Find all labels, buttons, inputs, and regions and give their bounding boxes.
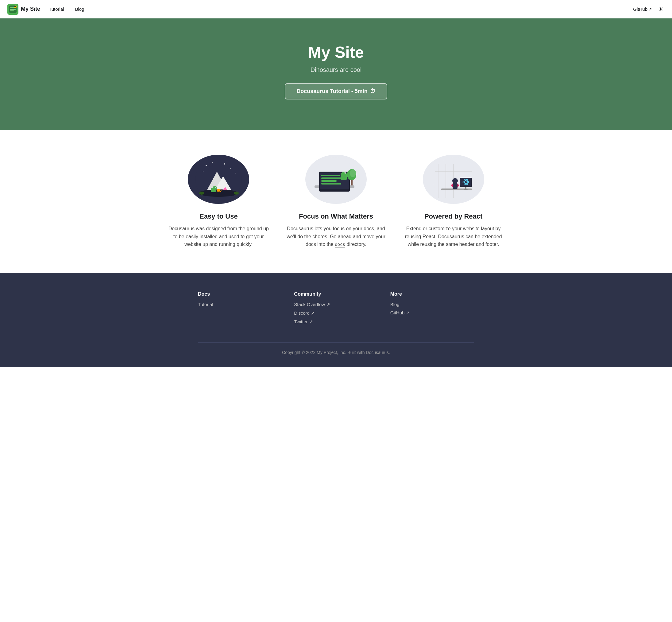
footer-community-title: Community [294,291,378,297]
svg-point-5 [14,6,15,7]
nav-tutorial-link[interactable]: Tutorial [46,5,66,13]
svg-point-11 [230,168,231,169]
external-link-icon: ↗ [309,319,313,324]
hero-title: My Site [7,43,665,61]
footer-discord-link[interactable]: Discord ↗ [294,310,378,316]
site-logo-icon [7,4,18,15]
footer-more-title: More [390,291,474,297]
site-name: My Site [21,6,40,12]
svg-point-24 [234,192,239,195]
footer: Docs Tutorial Community Stack Overflow ↗… [0,273,672,367]
feature-easy-desc: Docusaurus was designed from the ground … [167,225,270,248]
svg-point-39 [350,169,356,177]
svg-point-8 [206,165,207,166]
features-grid: Easy to Use Docusaurus was designed from… [167,155,505,248]
feature-focus-desc: Docusaurus lets you focus on your docs, … [285,225,387,248]
feature-easy-to-use: Easy to Use Docusaurus was designed from… [167,155,270,248]
svg-point-13 [235,173,236,173]
svg-point-47 [452,178,458,183]
svg-rect-21 [217,189,220,192]
svg-rect-56 [464,189,468,190]
svg-rect-29 [321,175,340,176]
footer-tutorial-link[interactable]: Tutorial [198,302,282,307]
hero-cta-label: Docusaurus Tutorial - 5min [296,88,368,95]
feature-laptop-illustration [305,155,367,204]
feature-mountain-illustration [188,155,249,204]
nav-blog-link[interactable]: Blog [73,5,87,13]
feature-focus: Focus on What Matters Docusaurus lets yo… [285,155,387,248]
docs-code: docs [335,242,345,247]
svg-rect-31 [321,180,337,182]
svg-point-12 [203,171,203,172]
navbar-logo[interactable]: My Site [7,4,40,15]
svg-rect-2 [10,9,16,10]
feature-focus-title: Focus on What Matters [285,212,387,220]
svg-rect-3 [10,10,14,11]
svg-rect-55 [465,187,466,189]
footer-stackoverflow-link[interactable]: Stack Overflow ↗ [294,302,378,307]
footer-twitter-link[interactable]: Twitter ↗ [294,319,378,324]
feature-react: Powered by React Extend or customize you… [402,155,505,248]
hero-section: My Site Dinosaurs are cool Docusaurus Tu… [0,19,672,130]
footer-col-docs: Docs Tutorial [198,291,282,327]
external-link-icon: ↗ [649,7,652,11]
footer-github-link[interactable]: GitHub ↗ [390,310,474,316]
svg-point-36 [345,173,345,173]
footer-col-more: More Blog GitHub ↗ [390,291,474,327]
feature-react-title: Powered by React [402,212,505,220]
external-link-icon: ↗ [326,302,330,307]
feature-react-illustration [423,155,484,204]
external-link-icon: ↗ [311,310,315,316]
external-link-icon: ↗ [406,310,410,316]
hero-subtitle: Dinosaurs are cool [7,66,665,73]
footer-docs-title: Docs [198,291,282,297]
hero-cta-button[interactable]: Docusaurus Tutorial - 5min ⏱ [285,83,387,100]
footer-col-community: Community Stack Overflow ↗ Discord ↗ Twi… [294,291,378,327]
navbar: My Site Tutorial Blog GitHub ↗ ☀ [0,0,672,19]
feature-react-desc: Extend or customize your website layout … [402,225,505,248]
svg-rect-48 [453,183,457,189]
svg-rect-50 [460,178,471,186]
navbar-left: My Site Tutorial Blog [7,4,87,15]
svg-rect-32 [321,183,341,184]
github-nav-link[interactable]: GitHub ↗ [633,6,652,12]
svg-point-6 [15,6,16,7]
svg-point-10 [224,163,225,165]
footer-copyright: Copyright © 2022 My Project, Inc. Built … [198,342,474,355]
timer-icon: ⏱ [370,88,376,95]
navbar-right: GitHub ↗ ☀ [633,4,665,14]
theme-toggle-button[interactable]: ☀ [657,4,665,14]
features-section: Easy to Use Docusaurus was designed from… [0,130,672,273]
svg-point-23 [199,192,204,195]
svg-point-9 [212,162,213,163]
svg-point-20 [216,187,216,187]
footer-grid: Docs Tutorial Community Stack Overflow ↗… [198,291,474,327]
feature-easy-title: Easy to Use [167,212,270,220]
footer-blog-link[interactable]: Blog [390,302,474,307]
